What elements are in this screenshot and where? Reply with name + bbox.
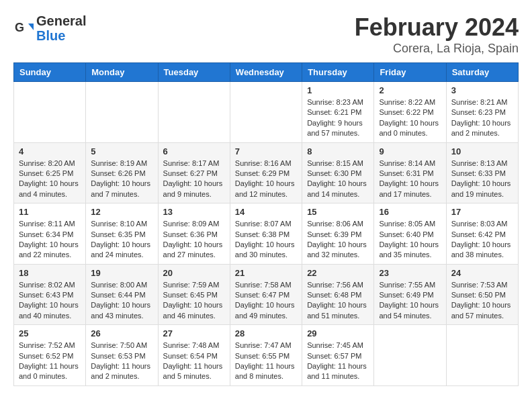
day-info: Sunset: 6:45 PM <box>163 290 225 300</box>
day-info: Sunset: 6:22 PM <box>379 107 441 118</box>
day-number: 10 <box>451 146 513 156</box>
day-info: Sunrise: 8:09 AM <box>163 219 225 229</box>
day-number: 1 <box>307 85 369 95</box>
calendar-cell: 20Sunrise: 7:59 AMSunset: 6:45 PMDayligh… <box>158 264 230 325</box>
day-number: 17 <box>451 207 513 217</box>
day-info: Daylight: 11 hours and 2 minutes. <box>91 361 152 382</box>
calendar-cell: 28Sunrise: 7:47 AMSunset: 6:55 PMDayligh… <box>230 325 302 386</box>
day-info: Sunset: 6:40 PM <box>379 230 441 240</box>
logo: G General Blue <box>13 13 86 43</box>
calendar-cell: 14Sunrise: 8:07 AMSunset: 6:38 PMDayligh… <box>230 203 302 265</box>
day-info: Sunrise: 8:13 AM <box>451 158 513 169</box>
day-info: Daylight: 10 hours and 32 minutes. <box>307 240 369 261</box>
page-header: G General Blue February 2024 Corera, La … <box>13 13 519 56</box>
day-info: Sunset: 6:21 PM <box>307 107 369 118</box>
day-info: Sunrise: 8:10 AM <box>91 219 152 229</box>
calendar-cell: 18Sunrise: 8:02 AMSunset: 6:43 PMDayligh… <box>14 264 86 325</box>
day-info: Daylight: 11 hours and 8 minutes. <box>235 361 297 382</box>
calendar-cell: 16Sunrise: 8:05 AMSunset: 6:40 PMDayligh… <box>374 203 446 265</box>
day-info: Daylight: 10 hours and 46 minutes. <box>163 300 225 321</box>
calendar-cell: 21Sunrise: 7:58 AMSunset: 6:47 PMDayligh… <box>230 264 302 325</box>
calendar-cell: 5Sunrise: 8:19 AMSunset: 6:26 PMDaylight… <box>86 142 158 203</box>
day-info: Sunrise: 8:20 AM <box>19 158 81 169</box>
day-info: Daylight: 10 hours and 22 minutes. <box>19 240 81 261</box>
day-info: Sunrise: 8:02 AM <box>19 280 81 290</box>
col-header-sunday: Sunday <box>14 63 86 82</box>
day-info: Sunset: 6:42 PM <box>451 230 513 240</box>
day-info: Daylight: 10 hours and 51 minutes. <box>307 300 369 321</box>
day-info: Daylight: 10 hours and 9 minutes. <box>163 179 225 199</box>
day-info: Sunrise: 8:05 AM <box>379 219 441 229</box>
day-number: 24 <box>451 268 513 278</box>
day-info: Daylight: 10 hours and 2 minutes. <box>451 118 513 139</box>
day-number: 18 <box>19 268 81 278</box>
day-number: 23 <box>379 268 441 278</box>
day-info: Sunset: 6:55 PM <box>235 351 297 361</box>
day-info: Daylight: 11 hours and 0 minutes. <box>19 361 81 382</box>
day-info: Sunrise: 7:48 AM <box>163 340 225 351</box>
day-info: Sunrise: 8:21 AM <box>451 97 513 107</box>
calendar-cell: 9Sunrise: 8:14 AMSunset: 6:31 PMDaylight… <box>374 142 446 203</box>
day-info: Daylight: 9 hours and 57 minutes. <box>307 118 369 139</box>
day-number: 2 <box>379 85 441 95</box>
logo-icon: G <box>13 18 34 38</box>
day-number: 11 <box>19 207 81 217</box>
day-info: Daylight: 10 hours and 27 minutes. <box>163 240 225 261</box>
calendar-cell: 13Sunrise: 8:09 AMSunset: 6:36 PMDayligh… <box>158 203 230 265</box>
day-info: Sunset: 6:34 PM <box>19 230 81 240</box>
day-info: Sunrise: 7:55 AM <box>379 280 441 290</box>
day-info: Sunrise: 8:00 AM <box>91 280 152 290</box>
day-info: Daylight: 10 hours and 24 minutes. <box>91 240 152 261</box>
day-info: Daylight: 10 hours and 12 minutes. <box>235 179 297 199</box>
day-info: Sunset: 6:57 PM <box>307 351 369 361</box>
calendar-cell: 8Sunrise: 8:15 AMSunset: 6:30 PMDaylight… <box>302 142 374 203</box>
col-header-monday: Monday <box>86 63 158 82</box>
day-info: Sunset: 6:29 PM <box>235 169 297 179</box>
day-info: Sunrise: 7:45 AM <box>307 340 369 351</box>
calendar-cell: 27Sunrise: 7:48 AMSunset: 6:54 PMDayligh… <box>158 325 230 386</box>
calendar-header-row: SundayMondayTuesdayWednesdayThursdayFrid… <box>14 63 519 82</box>
day-info: Sunset: 6:33 PM <box>451 169 513 179</box>
day-info: Daylight: 10 hours and 14 minutes. <box>307 179 369 199</box>
day-info: Sunrise: 8:06 AM <box>307 219 369 229</box>
logo-text: General Blue <box>36 13 86 43</box>
day-info: Sunrise: 7:56 AM <box>307 280 369 290</box>
day-info: Sunset: 6:27 PM <box>163 169 225 179</box>
day-info: Sunset: 6:50 PM <box>451 290 513 300</box>
day-info: Sunrise: 8:22 AM <box>379 97 441 107</box>
col-header-friday: Friday <box>374 63 446 82</box>
day-number: 13 <box>163 207 225 217</box>
day-info: Daylight: 10 hours and 19 minutes. <box>451 179 513 199</box>
day-info: Sunset: 6:47 PM <box>235 290 297 300</box>
day-info: Sunset: 6:23 PM <box>451 107 513 118</box>
day-info: Sunset: 6:25 PM <box>19 169 81 179</box>
col-header-tuesday: Tuesday <box>158 63 230 82</box>
day-number: 25 <box>19 328 81 338</box>
day-info: Sunrise: 7:50 AM <box>91 340 152 351</box>
calendar-cell: 29Sunrise: 7:45 AMSunset: 6:57 PMDayligh… <box>302 325 374 386</box>
day-info: Daylight: 10 hours and 54 minutes. <box>379 300 441 321</box>
calendar-cell: 22Sunrise: 7:56 AMSunset: 6:48 PMDayligh… <box>302 264 374 325</box>
day-number: 22 <box>307 268 369 278</box>
calendar-cell: 15Sunrise: 8:06 AMSunset: 6:39 PMDayligh… <box>302 203 374 265</box>
svg-text:G: G <box>15 21 24 34</box>
day-info: Daylight: 10 hours and 17 minutes. <box>379 179 441 199</box>
day-number: 27 <box>163 328 225 338</box>
day-number: 6 <box>163 146 225 156</box>
day-info: Daylight: 10 hours and 57 minutes. <box>451 300 513 321</box>
day-info: Sunset: 6:52 PM <box>19 351 81 361</box>
day-info: Sunrise: 7:52 AM <box>19 340 81 351</box>
day-info: Daylight: 10 hours and 7 minutes. <box>91 179 152 199</box>
day-number: 21 <box>235 268 297 278</box>
calendar-cell: 3Sunrise: 8:21 AMSunset: 6:23 PMDaylight… <box>446 82 518 143</box>
day-number: 4 <box>19 146 81 156</box>
day-info: Daylight: 10 hours and 35 minutes. <box>379 240 441 261</box>
day-info: Daylight: 11 hours and 5 minutes. <box>163 361 225 382</box>
day-info: Sunset: 6:48 PM <box>307 290 369 300</box>
day-number: 12 <box>91 207 152 217</box>
calendar-cell <box>230 82 302 143</box>
calendar-table: SundayMondayTuesdayWednesdayThursdayFrid… <box>13 62 519 386</box>
calendar-week-row: 25Sunrise: 7:52 AMSunset: 6:52 PMDayligh… <box>14 325 519 386</box>
day-number: 9 <box>379 146 441 156</box>
day-number: 28 <box>235 328 297 338</box>
